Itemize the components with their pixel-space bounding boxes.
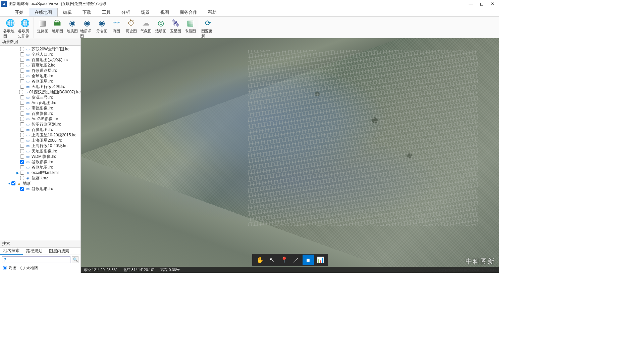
layer-item[interactable]: ▭百度地图(大字体).lrc — [0, 57, 80, 62]
layer-item[interactable]: ▭谷歌影像.lrc — [0, 159, 80, 165]
expand-icon[interactable]: ▾ — [7, 182, 11, 185]
layer-item[interactable]: ▭智图行政区划.lrc — [0, 122, 80, 127]
layer-checkbox[interactable] — [20, 95, 24, 99]
ribbon-btn-geo-2[interactable]: ◉地质图 — [65, 17, 79, 39]
layer-item[interactable]: ▭WDMI影像.lrc — [0, 154, 80, 159]
layer-item[interactable]: ▭上海行政10-20级.lrc — [0, 143, 80, 148]
layer-checkbox[interactable] — [20, 79, 24, 83]
provider-radio-input[interactable] — [3, 266, 7, 270]
search-tab-0[interactable]: 地名搜索 — [0, 248, 23, 255]
ribbon-btn-globe-0[interactable]: 🌐谷歌地图 — [3, 17, 17, 39]
map-tool-marker[interactable]: 📍 — [278, 255, 290, 265]
close-button[interactable]: ✕ — [487, 0, 498, 8]
layer-item[interactable]: ▭谷歌卫星.lrc — [0, 79, 80, 84]
ribbon-btn-road-0[interactable]: ▥道路图 — [35, 17, 50, 39]
layer-checkbox[interactable] — [20, 155, 24, 159]
menu-item-3[interactable]: 下载 — [77, 8, 97, 16]
layer-checkbox[interactable] — [20, 187, 24, 191]
layer-checkbox[interactable] — [20, 171, 24, 175]
layer-item[interactable]: ▭01西汉历史地图(BC0007).lrc — [0, 89, 80, 95]
layer-checkbox[interactable] — [20, 149, 24, 153]
layer-checkbox[interactable] — [20, 176, 24, 180]
terrain-group[interactable]: ▾▲地形 — [0, 181, 80, 186]
layer-checkbox[interactable] — [20, 160, 24, 164]
layer-item[interactable]: ▭上海卫星2006.lrc — [0, 138, 80, 143]
layer-item[interactable]: ▭Arcgis地图.lrc — [0, 100, 80, 105]
layer-checkbox[interactable] — [19, 90, 23, 94]
layer-checkbox[interactable] — [20, 112, 24, 116]
provider-radio-0[interactable]: 高德 — [3, 265, 16, 271]
ribbon-btn-trans-8[interactable]: ◎透明图 — [153, 17, 168, 39]
layer-checkbox[interactable] — [20, 106, 24, 110]
provider-radio-1[interactable]: 天地图 — [20, 265, 38, 271]
layer-checkbox[interactable] — [20, 138, 24, 142]
map-tool-line[interactable]: ／ — [290, 255, 302, 265]
ribbon-btn-weather-7[interactable]: ☁气象图 — [139, 17, 153, 39]
layer-item[interactable]: ▭天地图行政区划.lrc — [0, 84, 80, 89]
menu-item-4[interactable]: 工具 — [97, 8, 116, 16]
layer-checkbox[interactable] — [20, 63, 24, 67]
search-tab-1[interactable]: 路径规划 — [23, 248, 46, 255]
menu-item-1[interactable]: 在线地图 — [29, 8, 58, 16]
map-viewport[interactable]: ✋↖📍／■📊 中科图新 https://blog.csdn.net/weixin… — [81, 38, 499, 273]
map-tool-pointer[interactable]: ↖ — [266, 255, 278, 265]
search-tab-2[interactable]: 图层内搜索 — [46, 248, 72, 255]
layer-item[interactable]: ◈轨迹.kmz — [0, 175, 80, 181]
ribbon-btn-sat-9[interactable]: 🛰卫星图 — [168, 17, 183, 39]
layer-item[interactable]: ▭百度地图.lrc — [0, 127, 80, 132]
ribbon-btn-terrain-1[interactable]: 🏔地形图 — [50, 17, 65, 39]
layer-checkbox[interactable] — [20, 165, 24, 169]
map-tool-hand[interactable]: ✋ — [254, 255, 266, 265]
expand-icon[interactable]: ▶ — [16, 171, 19, 175]
layer-checkbox[interactable] — [20, 101, 24, 105]
layer-item[interactable]: ▭谷歌地形.lrc — [0, 186, 80, 191]
map-tool-rect[interactable]: ■ — [303, 255, 314, 265]
ribbon-btn-globe-1[interactable]: 🌐谷歌历史影像 — [17, 17, 32, 39]
layer-checkbox[interactable] — [20, 122, 24, 126]
layer-item[interactable]: ▭资源三号.lrc — [0, 95, 80, 100]
ribbon-btn-geo-3[interactable]: ◉地质详图 — [79, 17, 94, 39]
layer-checkbox[interactable] — [11, 181, 15, 185]
menu-item-2[interactable]: 编辑 — [58, 8, 77, 16]
menu-item-0[interactable]: 开始 — [9, 8, 29, 16]
layer-checkbox[interactable] — [20, 58, 24, 62]
ribbon-btn-hist-6[interactable]: ⏱历史图 — [124, 17, 139, 39]
layer-checkbox[interactable] — [20, 144, 24, 148]
layer-item[interactable]: ▭天地图影像.lrc — [0, 148, 80, 154]
layer-checkbox[interactable] — [20, 74, 24, 78]
menu-item-8[interactable]: 商务合作 — [174, 8, 203, 16]
layer-item[interactable]: ▭全球地形.lrc — [0, 73, 80, 79]
ribbon-btn-refresh-0[interactable]: ⟳图源更新 — [201, 17, 215, 39]
menu-item-9[interactable]: 帮助 — [203, 8, 222, 16]
layer-item[interactable]: ▭谷歌道路层.lrc — [0, 68, 80, 73]
layer-item[interactable]: ▭高德影像.lrc — [0, 105, 80, 111]
layer-checkbox[interactable] — [20, 128, 24, 132]
search-button[interactable]: 🔍 — [72, 256, 78, 263]
ribbon-btn-theme-10[interactable]: ▦专题图 — [183, 17, 198, 39]
maximize-button[interactable]: ◻ — [476, 0, 487, 8]
layer-item[interactable]: ▭全球人口.lrc — [0, 52, 80, 57]
layer-checkbox[interactable] — [20, 117, 24, 121]
provider-radio-input[interactable] — [20, 266, 25, 270]
map-tool-bars[interactable]: 📊 — [315, 255, 326, 265]
search-input[interactable] — [2, 256, 70, 263]
layer-checkbox[interactable] — [20, 69, 24, 73]
menu-item-5[interactable]: 分析 — [116, 8, 136, 16]
layer-checkbox[interactable] — [20, 47, 24, 51]
layer-item[interactable]: ▭百度地图2.lrc — [0, 62, 80, 68]
menu-item-6[interactable]: 场景 — [136, 8, 155, 16]
layer-checkbox[interactable] — [20, 52, 24, 56]
layer-item[interactable]: ▭百度影像.lrc — [0, 111, 80, 116]
layer-checkbox[interactable] — [20, 133, 24, 137]
minimize-button[interactable]: — — [466, 0, 476, 8]
layer-item[interactable]: ▭谷歌地图.lrc — [0, 165, 80, 170]
layer-item[interactable]: ▭苏联20W全球军图.lrc — [0, 46, 80, 52]
layer-tree[interactable]: ▭苏联20W全球军图.lrc▭全球人口.lrc▭百度地图(大字体).lrc▭百度… — [0, 46, 80, 240]
ribbon-btn-sea-5[interactable]: 〰海图 — [109, 17, 124, 39]
layer-checkbox[interactable] — [20, 85, 24, 89]
layer-item[interactable]: ▭ArcGIS影像.lrc — [0, 116, 80, 122]
layer-item[interactable]: ▭上海卫星10-20级2015.lrc — [0, 132, 80, 138]
menu-item-7[interactable]: 视图 — [155, 8, 174, 16]
layer-item[interactable]: ▶◈excel转kml.kml — [0, 170, 80, 175]
ribbon-btn-geo-4[interactable]: ◉分省图 — [94, 17, 109, 39]
